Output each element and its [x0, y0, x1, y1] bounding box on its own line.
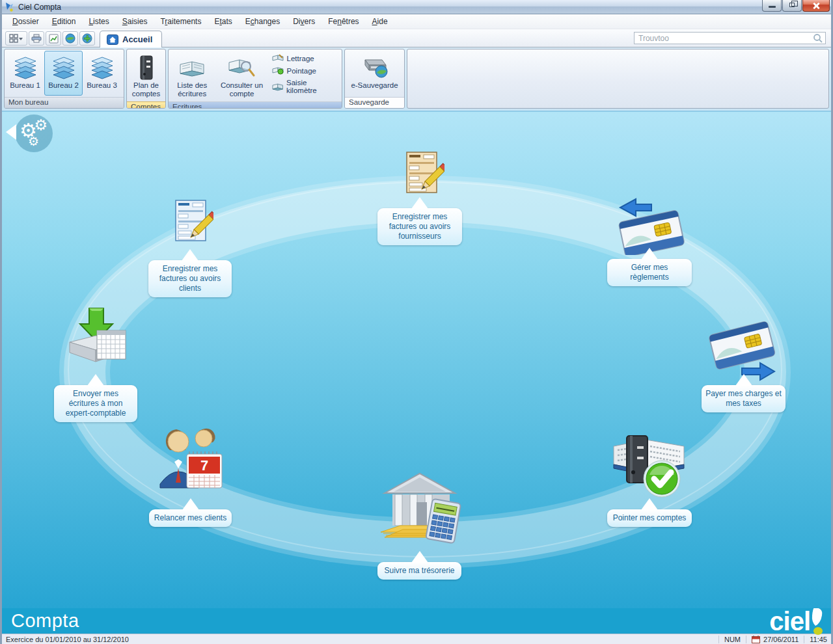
bureau-3-button[interactable]: Bureau 3 — [83, 51, 121, 96]
bureau-1-label: Bureau 1 — [10, 81, 40, 90]
suivre-tresorerie-bubble[interactable]: Suivre ma trésorerie — [377, 562, 461, 580]
menu-label-part: aisies — [128, 17, 148, 26]
menu-label-part: ossier — [18, 17, 39, 26]
menu-label-part: aitements — [167, 17, 201, 26]
factures-clients-bubble[interactable]: Enregistrer mes factures ou avoirs clien… — [148, 260, 232, 297]
grid-icon — [9, 34, 18, 43]
suivre-tresorerie-icon[interactable] — [379, 468, 461, 548]
plan-de-comptes-button[interactable]: Plan de comptes — [128, 51, 164, 100]
status-separator — [718, 636, 719, 643]
preview-button[interactable] — [46, 31, 61, 46]
ribbon-empty-panel — [407, 49, 829, 109]
menu-listes[interactable]: Listes — [82, 15, 115, 28]
search-icon[interactable] — [813, 33, 823, 44]
menu-saisies[interactable]: Saisies — [116, 15, 154, 28]
search-input[interactable] — [635, 34, 813, 43]
gear-icon: ⚙ — [28, 134, 39, 149]
menu-divers[interactable]: Divers — [286, 15, 321, 28]
book-icon — [272, 83, 284, 91]
saisie-kilometre-button[interactable]: Saisie kilomètre — [269, 77, 340, 96]
pointer-comptes-icon[interactable] — [607, 428, 688, 503]
group-label-sauvegarde: Sauvegarde — [345, 97, 404, 108]
ciel-logo-text: ciel — [769, 608, 810, 634]
e-sauvegarde-button[interactable]: e-Sauvegarde — [346, 51, 403, 96]
menu-dossier[interactable]: Dossier — [6, 15, 46, 28]
menu-edition[interactable]: Edition — [46, 15, 83, 28]
bureau-2-button[interactable]: Bureau 2 — [44, 51, 83, 96]
menu-access-key: D — [12, 17, 18, 26]
print-button[interactable] — [29, 31, 44, 46]
menu-label-part: istes — [93, 17, 109, 26]
home-icon — [107, 34, 118, 45]
bureau-1-button[interactable]: Bureau 1 — [6, 51, 44, 96]
desk-layers-icon — [89, 54, 116, 81]
calendar-icon — [752, 636, 760, 643]
settings-badge[interactable]: ⚙ ⚙ ⚙ — [15, 114, 53, 152]
saisie-kilometre-label: Saisie kilomètre — [286, 79, 338, 94]
printer-icon — [31, 34, 42, 43]
consulter-un-compte-button[interactable]: Consulter un compte — [214, 51, 269, 100]
liste-des-ecritures-label: Liste des écritures — [172, 81, 212, 98]
menu-echanges[interactable]: Echanges — [239, 15, 286, 28]
ecritures-small-items: Lettrage Pointage — [269, 51, 340, 100]
gerer-reglements-bubble[interactable]: Gérer mes règlements — [607, 259, 692, 286]
menu-label-part: hanges — [254, 17, 280, 26]
status-bar: Exercice du 01/01/2010 au 31/12/2010 NUM… — [2, 634, 831, 644]
open-book-icon — [178, 54, 206, 81]
factures-fournisseurs-bubble[interactable]: Enregistrer mes factures ou avoirs fourn… — [377, 208, 462, 245]
gear-icon: ⚙ — [34, 116, 48, 134]
menu-label-part: Di — [293, 17, 300, 26]
bureau-2-label: Bureau 2 — [48, 81, 79, 90]
status-time: 11:45 — [810, 636, 827, 643]
intuiciel-button[interactable] — [62, 31, 78, 46]
menu-label-part: dition — [57, 17, 76, 26]
menu-fenetres[interactable]: Fenêtres — [321, 15, 365, 28]
num-lock-indicator: NUM — [724, 636, 741, 643]
pointer-comptes-bubble[interactable]: Pointer mes comptes — [607, 509, 692, 527]
minimize-button[interactable] — [762, 0, 782, 12]
update-button[interactable] — [79, 31, 95, 46]
menu-access-key: S — [122, 17, 128, 26]
menu-etats[interactable]: Etats — [208, 15, 238, 28]
app-logo-icon — [5, 2, 15, 12]
drive-globe-icon — [360, 54, 390, 81]
menu-traitements[interactable]: Traitements — [154, 15, 208, 28]
restore-button[interactable] — [782, 0, 802, 12]
view-grid-button[interactable] — [5, 31, 27, 46]
back-arrow-icon[interactable] — [6, 124, 16, 140]
pointage-button[interactable]: Pointage — [269, 64, 340, 77]
menu-label-part: ats — [222, 17, 232, 26]
payer-charges-bubble[interactable]: Payer mes charges et mes taxes — [702, 385, 785, 412]
search-box — [634, 32, 826, 44]
close-button[interactable] — [802, 0, 830, 12]
ribbon-group-sauvegarde: e-Sauvegarde Sauvegarde — [344, 49, 405, 109]
menu-access-key: A — [372, 17, 377, 26]
relancer-clients-icon[interactable]: 7 — [157, 423, 227, 496]
window-title: Ciel Compta — [18, 3, 61, 12]
toolbar: Accueil — [2, 29, 831, 47]
lettrage-button[interactable]: Lettrage — [269, 52, 340, 64]
menu-label-part: ers — [305, 17, 316, 26]
envoyer-ecritures-icon[interactable] — [67, 306, 128, 372]
book-check-icon — [272, 66, 284, 75]
menu-access-key: n — [337, 17, 342, 26]
envoyer-ecritures-bubble[interactable]: Envoyer mes écritures à mon expert-compt… — [54, 385, 137, 422]
menu-label-part: Fe — [328, 17, 337, 26]
module-name: Compta — [11, 610, 79, 632]
liste-des-ecritures-button[interactable]: Liste des écritures — [170, 51, 214, 100]
document-pencil-icon — [167, 199, 213, 247]
relancer-clients-bubble[interactable]: Relancer mes clients — [149, 509, 232, 527]
menu-label-part: E — [245, 17, 251, 26]
desk-layers-icon — [50, 54, 77, 81]
menu-aide[interactable]: Aide — [366, 15, 394, 28]
globe-icon — [65, 33, 75, 44]
export-tray-icon — [67, 306, 128, 369]
window-controls — [761, 0, 830, 12]
tab-accueil[interactable]: Accueil — [100, 31, 162, 47]
status-date: 27/06/2011 — [763, 636, 799, 643]
card-arrow-out-icon — [708, 319, 778, 381]
menu-bar: Dossier Edition Listes Saisies Traitemen… — [2, 14, 831, 29]
pointage-label: Pointage — [287, 67, 316, 75]
factures-clients-icon[interactable] — [167, 199, 213, 250]
factures-fournisseurs-icon[interactable] — [398, 151, 444, 202]
